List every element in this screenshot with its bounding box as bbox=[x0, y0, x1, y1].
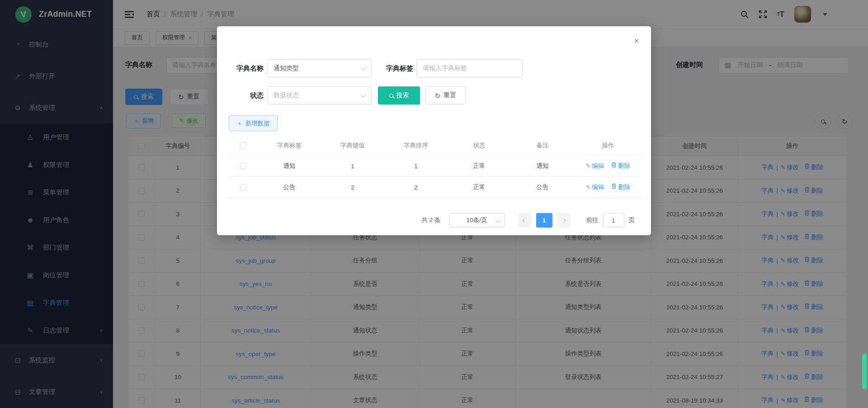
dict-value-cell: 1 bbox=[321, 163, 384, 170]
column-header: 状态 bbox=[448, 142, 511, 150]
dict-value-cell: 2 bbox=[321, 184, 384, 191]
pagination-total: 共 2 条 bbox=[421, 216, 440, 224]
refresh-icon: ↻ bbox=[435, 92, 441, 99]
page-size-select[interactable]: 10条/页 bbox=[449, 213, 505, 228]
status-cell: 正常 bbox=[448, 183, 511, 191]
dialog-dict-name-label: 字典名称 bbox=[225, 64, 264, 73]
dialog-add-data-button[interactable]: ＋ 新增数据 bbox=[229, 115, 278, 131]
pencil-icon: ✎ bbox=[586, 163, 590, 169]
dialog-dict-label-input[interactable]: 请输入字典标签 bbox=[416, 59, 523, 77]
actions-cell: ✎编辑删除 bbox=[574, 162, 642, 170]
current-page-button[interactable]: 1 bbox=[536, 213, 552, 228]
dialog-table-row: 公告22正常公告✎编辑删除 bbox=[229, 177, 642, 198]
dict-sort-cell: 2 bbox=[384, 184, 448, 191]
column-header: 字典排序 bbox=[384, 142, 448, 150]
chevron-down-icon bbox=[495, 218, 500, 223]
chevron-down-icon bbox=[361, 92, 366, 97]
dialog-reset-button[interactable]: ↻ 重置 bbox=[425, 86, 466, 104]
dialog-pagination: 共 2 条 10条/页 1 前往 1 页 bbox=[421, 213, 635, 228]
chevron-right-icon bbox=[561, 218, 566, 223]
dialog-table-row: 通知11正常通知✎编辑删除 bbox=[229, 156, 642, 177]
dialog-search-button[interactable]: 搜索 bbox=[378, 86, 420, 104]
delete-link[interactable]: 删除 bbox=[611, 162, 630, 170]
dialog-status-select[interactable]: 数据状态 bbox=[267, 86, 372, 104]
row-checkbox[interactable] bbox=[240, 163, 246, 169]
goto-page-input[interactable]: 1 bbox=[603, 213, 624, 228]
status-cell: 正常 bbox=[448, 162, 511, 170]
edit-link[interactable]: ✎编辑 bbox=[586, 183, 604, 191]
dialog-status-label: 状态 bbox=[225, 91, 264, 100]
actions-cell: ✎编辑删除 bbox=[574, 183, 642, 191]
column-header: 操作 bbox=[574, 142, 642, 150]
row-checkbox[interactable] bbox=[240, 184, 246, 190]
close-icon[interactable]: × bbox=[634, 36, 639, 45]
delete-link[interactable]: 删除 bbox=[611, 183, 630, 191]
search-icon bbox=[389, 94, 393, 98]
next-page-button[interactable] bbox=[557, 213, 571, 228]
page-unit-label: 页 bbox=[629, 216, 635, 224]
edit-link[interactable]: ✎编辑 bbox=[586, 162, 604, 170]
prev-page-button[interactable] bbox=[518, 213, 532, 228]
dict-data-dialog: × 字典名称 通知类型 字典标签 请输入字典标签 状态 数据状态 搜索 ↻ 重置… bbox=[217, 26, 651, 235]
select-all-checkbox[interactable] bbox=[240, 142, 246, 149]
dialog-dict-data-table: 字典标签字典键值字典排序状态备注操作通知11正常通知✎编辑删除公告22正常公告✎… bbox=[229, 136, 642, 198]
app-window: V ZrAdmin.NET ◔控制台↗外部打开⚙系统管理∧♙用户管理♟权限管理≣… bbox=[0, 0, 868, 408]
dialog-dict-name-select[interactable]: 通知类型 bbox=[267, 59, 372, 77]
scrollbar-thumb[interactable] bbox=[862, 354, 867, 389]
pencil-icon: ✎ bbox=[586, 184, 590, 190]
dict-label-cell: 通知 bbox=[258, 162, 321, 170]
dict-sort-cell: 1 bbox=[384, 163, 448, 170]
dialog-dict-label-label: 字典标签 bbox=[374, 64, 413, 73]
dialog-table-header-row: 字典标签字典键值字典排序状态备注操作 bbox=[229, 136, 642, 156]
goto-label: 前往 bbox=[586, 216, 599, 224]
remark-cell: 公告 bbox=[511, 183, 574, 191]
chevron-left-icon bbox=[523, 218, 527, 223]
remark-cell: 通知 bbox=[511, 162, 574, 170]
dict-label-cell: 公告 bbox=[258, 183, 321, 191]
column-header: 字典标签 bbox=[258, 142, 321, 150]
column-header: 备注 bbox=[511, 142, 574, 150]
column-header: 字典键值 bbox=[321, 142, 384, 150]
chevron-down-icon bbox=[361, 65, 366, 70]
